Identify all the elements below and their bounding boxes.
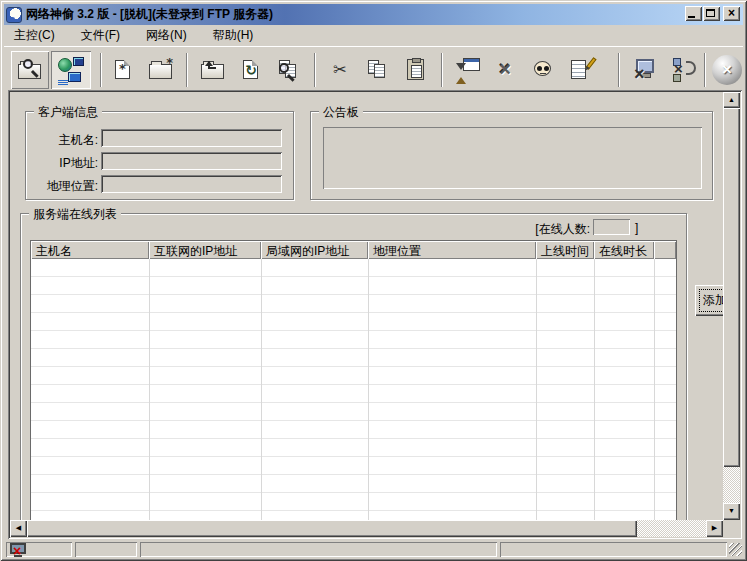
menu-master[interactable]: 主控(C) <box>8 25 61 46</box>
minimize-button[interactable] <box>685 6 702 21</box>
close-button[interactable]: × <box>723 6 740 21</box>
grid-line <box>594 259 595 520</box>
form-area: 客户端信息 主机名: IP地址: 地理位置: 公告板 [在线人数: ] 服务端在… <box>10 92 723 520</box>
browse-search-button[interactable] <box>11 51 49 89</box>
copy-button[interactable] <box>359 51 397 89</box>
status-panel-4 <box>500 542 727 557</box>
grid-line <box>654 259 655 520</box>
caption-buttons: × <box>684 6 740 21</box>
find-in-files-button[interactable] <box>270 51 308 89</box>
new-folder-icon: * <box>148 57 174 83</box>
copy-icon <box>365 57 391 83</box>
bulletin-title: 公告板 <box>319 104 363 121</box>
new-folder-button[interactable]: * <box>142 51 180 89</box>
location-label: 地理位置: <box>26 178 98 195</box>
stealth-mode-button[interactable] <box>524 51 562 89</box>
disconnect-network-button[interactable]: × <box>666 51 704 89</box>
disconnect-computer-icon: × <box>634 57 660 83</box>
find-in-files-icon <box>276 57 302 83</box>
new-file-button[interactable]: * <box>104 51 142 89</box>
toolbar-separator <box>704 53 706 87</box>
column-header-filler <box>654 241 676 259</box>
grid-line <box>261 259 262 520</box>
stop-icon: × <box>714 57 740 83</box>
focus-rect <box>699 289 723 312</box>
toolbar-separator <box>314 53 316 87</box>
grid-line <box>149 259 150 520</box>
stealth-mode-icon <box>530 57 556 83</box>
menu-network[interactable]: 网络(N) <box>140 25 193 46</box>
paste-button[interactable] <box>397 51 435 89</box>
vertical-scroll-thumb[interactable] <box>723 108 740 467</box>
column-header-internet-ip[interactable]: 互联网的IP地址 <box>149 241 261 259</box>
paste-icon <box>403 57 429 83</box>
status-panel-connection <box>6 542 72 557</box>
toolbar-separator <box>441 53 443 87</box>
delete-button[interactable]: × <box>486 51 524 89</box>
bulletin-content <box>323 127 702 189</box>
stop-button[interactable]: × <box>710 51 744 89</box>
status-panel-3 <box>140 542 497 557</box>
menu-file[interactable]: 文件(F) <box>75 25 126 46</box>
column-header-location[interactable]: 地理位置 <box>368 241 536 259</box>
refresh-icon: ↻ <box>238 57 264 83</box>
refresh-button[interactable]: ↻ <box>232 51 270 89</box>
disconnected-icon <box>10 543 26 554</box>
ip-label: IP地址: <box>26 155 98 172</box>
bulletin-group: 公告板 <box>310 111 713 200</box>
column-header-lan-ip[interactable]: 局域网的IP地址 <box>261 241 368 259</box>
scroll-left-button[interactable]: ◀ <box>10 520 27 537</box>
column-header-online-time[interactable]: 上线时间 <box>536 241 594 259</box>
close-icon: × <box>723 6 740 21</box>
browse-search-icon <box>17 57 43 83</box>
folder-up-icon <box>200 57 226 83</box>
horizontal-scroll-thumb[interactable] <box>27 520 637 537</box>
resize-grip[interactable] <box>729 543 742 556</box>
client-info-group: 客户端信息 主机名: IP地址: 地理位置: <box>25 111 294 200</box>
remote-screen-view-button[interactable] <box>51 51 91 89</box>
maximize-button[interactable] <box>703 6 720 21</box>
location-field[interactable] <box>101 175 282 193</box>
title-bar[interactable]: 网络神偷 3.2 版 - [脱机](未登录到 FTP 服务器) × <box>4 4 743 25</box>
add-button[interactable]: 添加 <box>695 285 723 316</box>
vertical-scrollbar[interactable]: ▲ ▼ <box>723 92 740 520</box>
toolbar: * * ↻ ✂ × <box>4 46 743 90</box>
main-view: 客户端信息 主机名: IP地址: 地理位置: 公告板 [在线人数: ] 服务端在… <box>8 90 742 539</box>
scheduled-task-icon <box>454 57 480 83</box>
server-list-header: 主机名 互联网的IP地址 局域网的IP地址 地理位置 上线时间 在线时长 <box>31 241 676 259</box>
app-icon[interactable] <box>6 7 22 23</box>
maximize-icon <box>706 9 715 17</box>
menu-help[interactable]: 帮助(H) <box>207 25 260 46</box>
minimize-icon <box>688 16 695 18</box>
scroll-up-button[interactable]: ▲ <box>723 92 740 108</box>
window-title: 网络神偷 3.2 版 - [脱机](未登录到 FTP 服务器) <box>26 6 273 23</box>
scheduled-task-button[interactable] <box>448 51 486 89</box>
status-panel-2 <box>75 542 137 557</box>
scroll-down-button[interactable]: ▼ <box>723 503 740 520</box>
app-window: 网络神偷 3.2 版 - [脱机](未登录到 FTP 服务器) × 主控(C) … <box>0 0 747 561</box>
scroll-right-button[interactable]: ▶ <box>706 520 723 537</box>
ip-field[interactable] <box>101 152 282 170</box>
disconnect-network-icon: × <box>672 57 698 83</box>
scrollbar-corner <box>723 520 740 537</box>
properties-button[interactable] <box>562 51 600 89</box>
client-info-title: 客户端信息 <box>34 104 102 121</box>
server-list-table[interactable]: 主机名 互联网的IP地址 局域网的IP地址 地理位置 上线时间 在线时长 <box>30 240 677 520</box>
remote-screen-icon <box>58 57 84 83</box>
horizontal-scrollbar[interactable]: ◀ ▶ <box>10 520 723 537</box>
grid-line <box>536 259 537 520</box>
server-list-title: 服务端在线列表 <box>29 206 121 223</box>
status-bar <box>4 539 743 557</box>
grid-line <box>368 259 369 520</box>
toolbar-separator <box>618 53 620 87</box>
server-list-body[interactable] <box>31 259 676 520</box>
cut-button[interactable]: ✂ <box>321 51 359 89</box>
cut-icon: ✂ <box>327 57 353 83</box>
disconnect-computer-button[interactable]: × <box>628 51 666 89</box>
column-header-duration[interactable]: 在线时长 <box>594 241 654 259</box>
column-header-hostname[interactable]: 主机名 <box>31 241 149 259</box>
toolbar-separator <box>100 53 102 87</box>
hostname-field[interactable] <box>101 129 282 147</box>
new-file-icon: * <box>110 57 136 83</box>
folder-up-button[interactable] <box>194 51 232 89</box>
